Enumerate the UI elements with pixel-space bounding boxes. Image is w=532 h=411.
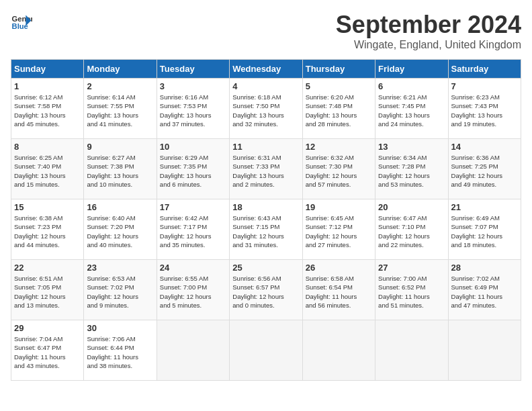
calendar-cell: 7Sunrise: 6:23 AM Sunset: 7:43 PM Daylig… — [448, 79, 521, 139]
col-tuesday: Tuesday — [157, 60, 229, 79]
calendar-cell: 28Sunrise: 7:02 AM Sunset: 6:49 PM Dayli… — [448, 260, 521, 320]
day-number: 29 — [14, 323, 81, 333]
day-info: Sunrise: 6:47 AM Sunset: 7:10 PM Dayligh… — [378, 214, 445, 249]
col-friday: Friday — [375, 60, 448, 79]
calendar-cell: 5Sunrise: 6:20 AM Sunset: 7:48 PM Daylig… — [302, 79, 375, 139]
day-number: 16 — [87, 202, 153, 212]
day-info: Sunrise: 6:18 AM Sunset: 7:50 PM Dayligh… — [232, 93, 299, 128]
calendar-week-1: 1Sunrise: 6:12 AM Sunset: 7:58 PM Daylig… — [11, 79, 521, 139]
day-number: 27 — [378, 263, 445, 273]
day-number: 2 — [87, 81, 153, 91]
calendar-cell — [302, 320, 375, 381]
svg-text:Blue: Blue — [12, 22, 28, 30]
calendar-cell — [375, 320, 448, 381]
day-info: Sunrise: 6:43 AM Sunset: 7:15 PM Dayligh… — [232, 214, 299, 249]
calendar-week-5: 29Sunrise: 7:04 AM Sunset: 6:47 PM Dayli… — [11, 320, 521, 381]
day-info: Sunrise: 6:32 AM Sunset: 7:30 PM Dayligh… — [306, 153, 372, 189]
day-info: Sunrise: 6:36 AM Sunset: 7:25 PM Dayligh… — [451, 153, 518, 189]
calendar-cell: 25Sunrise: 6:56 AM Sunset: 6:57 PM Dayli… — [230, 260, 302, 320]
logo-icon: General Blue — [11, 11, 32, 32]
calendar-cell: 27Sunrise: 7:00 AM Sunset: 6:52 PM Dayli… — [375, 260, 448, 320]
month-title: September 2024 — [336, 11, 521, 39]
day-info: Sunrise: 6:29 AM Sunset: 7:35 PM Dayligh… — [160, 153, 226, 189]
day-number: 21 — [451, 202, 518, 212]
calendar-cell: 26Sunrise: 6:58 AM Sunset: 6:54 PM Dayli… — [302, 260, 375, 320]
day-number: 22 — [14, 263, 81, 273]
day-number: 18 — [232, 202, 299, 212]
day-info: Sunrise: 6:40 AM Sunset: 7:20 PM Dayligh… — [87, 214, 153, 249]
title-section: September 2024 Wingate, England, United … — [336, 11, 521, 51]
day-info: Sunrise: 6:25 AM Sunset: 7:40 PM Dayligh… — [14, 153, 81, 189]
calendar-cell: 4Sunrise: 6:18 AM Sunset: 7:50 PM Daylig… — [230, 79, 302, 139]
calendar-cell: 3Sunrise: 6:16 AM Sunset: 7:53 PM Daylig… — [157, 79, 229, 139]
calendar-week-4: 22Sunrise: 6:51 AM Sunset: 7:05 PM Dayli… — [11, 260, 521, 320]
calendar-cell: 6Sunrise: 6:21 AM Sunset: 7:45 PM Daylig… — [375, 79, 448, 139]
day-info: Sunrise: 6:23 AM Sunset: 7:43 PM Dayligh… — [451, 93, 518, 128]
day-info: Sunrise: 6:53 AM Sunset: 7:02 PM Dayligh… — [87, 274, 153, 310]
day-info: Sunrise: 7:06 AM Sunset: 6:44 PM Dayligh… — [87, 334, 153, 370]
day-info: Sunrise: 6:20 AM Sunset: 7:48 PM Dayligh… — [306, 93, 372, 128]
day-info: Sunrise: 6:55 AM Sunset: 7:00 PM Dayligh… — [160, 274, 226, 310]
calendar-cell: 15Sunrise: 6:38 AM Sunset: 7:23 PM Dayli… — [11, 199, 84, 260]
calendar-cell: 2Sunrise: 6:14 AM Sunset: 7:55 PM Daylig… — [84, 79, 157, 139]
calendar-cell: 17Sunrise: 6:42 AM Sunset: 7:17 PM Dayli… — [157, 199, 229, 260]
calendar-cell: 18Sunrise: 6:43 AM Sunset: 7:15 PM Dayli… — [230, 199, 302, 260]
day-number: 17 — [160, 202, 226, 212]
day-number: 19 — [306, 202, 372, 212]
day-info: Sunrise: 6:42 AM Sunset: 7:17 PM Dayligh… — [160, 214, 226, 249]
day-info: Sunrise: 6:21 AM Sunset: 7:45 PM Dayligh… — [378, 93, 445, 128]
day-info: Sunrise: 6:27 AM Sunset: 7:38 PM Dayligh… — [87, 153, 153, 189]
calendar-cell: 21Sunrise: 6:49 AM Sunset: 7:07 PM Dayli… — [448, 199, 521, 260]
day-number: 26 — [306, 263, 372, 273]
day-number: 4 — [232, 81, 299, 91]
calendar-cell — [448, 320, 521, 381]
day-info: Sunrise: 6:58 AM Sunset: 6:54 PM Dayligh… — [306, 274, 372, 310]
calendar-cell: 14Sunrise: 6:36 AM Sunset: 7:25 PM Dayli… — [448, 139, 521, 199]
day-info: Sunrise: 6:12 AM Sunset: 7:58 PM Dayligh… — [14, 93, 81, 128]
day-info: Sunrise: 6:14 AM Sunset: 7:55 PM Dayligh… — [87, 93, 153, 128]
day-number: 9 — [87, 142, 153, 152]
day-number: 12 — [306, 142, 372, 152]
day-number: 7 — [451, 81, 518, 91]
day-info: Sunrise: 6:45 AM Sunset: 7:12 PM Dayligh… — [306, 214, 372, 249]
day-info: Sunrise: 7:00 AM Sunset: 6:52 PM Dayligh… — [378, 274, 445, 310]
day-info: Sunrise: 6:16 AM Sunset: 7:53 PM Dayligh… — [160, 93, 226, 128]
day-number: 14 — [451, 142, 518, 152]
day-number: 25 — [232, 263, 299, 273]
header-row: Sunday Monday Tuesday Wednesday Thursday… — [11, 60, 521, 79]
calendar-cell: 16Sunrise: 6:40 AM Sunset: 7:20 PM Dayli… — [84, 199, 157, 260]
calendar-cell: 12Sunrise: 6:32 AM Sunset: 7:30 PM Dayli… — [302, 139, 375, 199]
col-wednesday: Wednesday — [230, 60, 302, 79]
day-number: 23 — [87, 263, 153, 273]
day-number: 15 — [14, 202, 81, 212]
col-thursday: Thursday — [302, 60, 375, 79]
day-number: 24 — [160, 263, 226, 273]
col-saturday: Saturday — [448, 60, 521, 79]
day-number: 5 — [306, 81, 372, 91]
day-info: Sunrise: 7:02 AM Sunset: 6:49 PM Dayligh… — [451, 274, 518, 310]
day-info: Sunrise: 6:49 AM Sunset: 7:07 PM Dayligh… — [451, 214, 518, 249]
calendar-table: Sunday Monday Tuesday Wednesday Thursday… — [11, 59, 521, 381]
col-sunday: Sunday — [11, 60, 84, 79]
day-number: 28 — [451, 263, 518, 273]
day-number: 20 — [378, 202, 445, 212]
calendar-cell: 10Sunrise: 6:29 AM Sunset: 7:35 PM Dayli… — [157, 139, 229, 199]
col-monday: Monday — [84, 60, 157, 79]
day-number: 3 — [160, 81, 226, 91]
location-title: Wingate, England, United Kingdom — [336, 39, 521, 51]
calendar-cell: 20Sunrise: 6:47 AM Sunset: 7:10 PM Dayli… — [375, 199, 448, 260]
day-number: 1 — [14, 81, 81, 91]
day-number: 11 — [232, 142, 299, 152]
calendar-cell — [230, 320, 302, 381]
calendar-cell: 29Sunrise: 7:04 AM Sunset: 6:47 PM Dayli… — [11, 320, 84, 381]
calendar-cell: 22Sunrise: 6:51 AM Sunset: 7:05 PM Dayli… — [11, 260, 84, 320]
day-info: Sunrise: 7:04 AM Sunset: 6:47 PM Dayligh… — [14, 334, 81, 370]
day-number: 13 — [378, 142, 445, 152]
calendar-cell: 11Sunrise: 6:31 AM Sunset: 7:33 PM Dayli… — [230, 139, 302, 199]
day-number: 6 — [378, 81, 445, 91]
calendar-cell: 9Sunrise: 6:27 AM Sunset: 7:38 PM Daylig… — [84, 139, 157, 199]
calendar-cell: 19Sunrise: 6:45 AM Sunset: 7:12 PM Dayli… — [302, 199, 375, 260]
logo: General Blue — [11, 11, 32, 32]
calendar-cell: 23Sunrise: 6:53 AM Sunset: 7:02 PM Dayli… — [84, 260, 157, 320]
day-info: Sunrise: 6:38 AM Sunset: 7:23 PM Dayligh… — [14, 214, 81, 249]
